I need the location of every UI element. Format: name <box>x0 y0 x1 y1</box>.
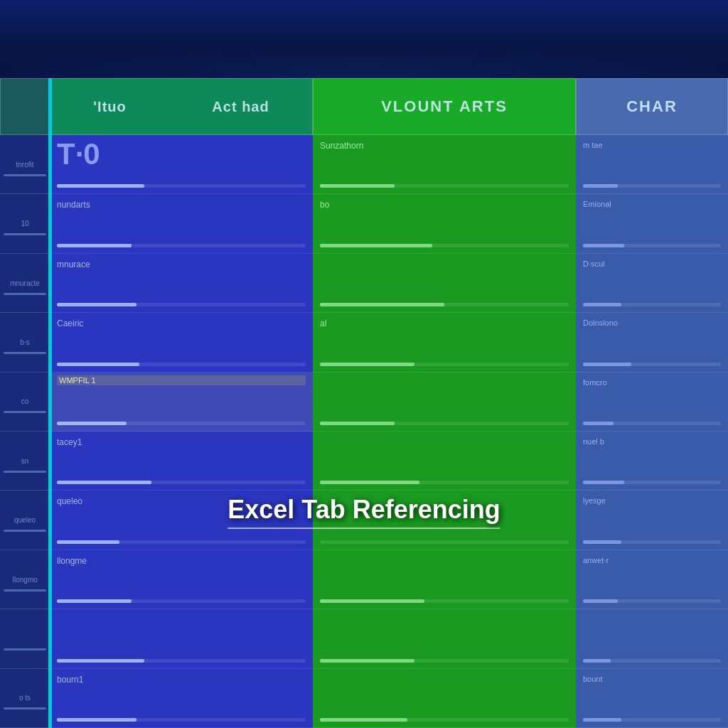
index-cell: sn <box>0 432 50 491</box>
blue-data-cell: tacey1 <box>50 432 313 491</box>
blue-data-cell: nundarts <box>50 194 313 253</box>
header-char-label: Char <box>626 97 678 116</box>
right-column: m taeEmionalD·sculDolnslonofomcronuel bl… <box>576 135 728 728</box>
green-data-cell: al <box>313 313 576 372</box>
right-data-cell: anwet·r <box>576 550 728 609</box>
cyan-accent <box>48 78 52 728</box>
blue-column: T·0nundartsmnuraceCaeiricWMPFIL 1tacey1q… <box>50 135 313 728</box>
data-area: tnrofit10mnuracteb·scosnqueleoIlongmoo t… <box>0 135 728 728</box>
blue-data-cell: mnurace <box>50 254 313 313</box>
header-two-label: 'Ituo <box>93 99 126 115</box>
right-data-cell: m tae <box>576 135 728 194</box>
index-cell: queleo <box>0 491 50 550</box>
header-vlount-label: Vlount Arts <box>381 97 508 116</box>
right-data-cell: fomcro <box>576 373 728 432</box>
header-row: 'Ituo Act had Vlount Arts Char <box>0 78 728 135</box>
blue-data-cell: Caeiric <box>50 313 313 372</box>
green-column: Sunzathornboal <box>313 135 576 728</box>
blue-data-cell: llongme <box>50 550 313 609</box>
index-cell: tnrofit <box>0 135 50 194</box>
green-data-cell <box>313 609 576 668</box>
top-bar <box>0 0 728 78</box>
index-cell: Ilongmo <box>0 550 50 609</box>
green-data-cell <box>313 550 576 609</box>
index-cell: b·s <box>0 313 50 372</box>
overlay-text: Excel Tab Referencing <box>228 495 500 529</box>
right-data-cell: lyesge <box>576 491 728 550</box>
green-data-cell: bo <box>313 194 576 253</box>
right-data-cell: nuel b <box>576 432 728 491</box>
index-cell: o ts <box>0 669 50 728</box>
index-column: tnrofit10mnuracteb·scosnqueleoIlongmoo t… <box>0 135 50 728</box>
green-data-cell <box>313 432 576 491</box>
green-data-cell <box>313 254 576 313</box>
index-cell: 10 <box>0 194 50 253</box>
header-index <box>0 78 50 135</box>
blue-data-cell: bourn1 <box>50 669 313 728</box>
header-two: 'Ituo Act had <box>50 78 313 135</box>
blue-data-cell: T·0 <box>50 135 313 194</box>
blue-data-cell: WMPFIL 1 <box>50 373 313 432</box>
blue-data-cell <box>50 609 313 668</box>
green-data-cell <box>313 669 576 728</box>
index-cell: co <box>0 373 50 432</box>
green-data-cell <box>313 373 576 432</box>
right-data-cell: Dolnslono <box>576 313 728 372</box>
green-data-cell: Sunzathorn <box>313 135 576 194</box>
right-data-cell <box>576 609 728 668</box>
right-data-cell: bount <box>576 669 728 728</box>
header-vlount: Vlount Arts <box>313 78 576 135</box>
right-data-cell: Emional <box>576 194 728 253</box>
right-data-cell: D·scul <box>576 254 728 313</box>
index-cell: mnuracte <box>0 254 50 313</box>
header-char: Char <box>576 78 728 135</box>
header-act-label: Act had <box>212 99 269 115</box>
spreadsheet: 'Ituo Act had Vlount Arts Char tnrofit10… <box>0 78 728 728</box>
index-cell <box>0 609 50 668</box>
